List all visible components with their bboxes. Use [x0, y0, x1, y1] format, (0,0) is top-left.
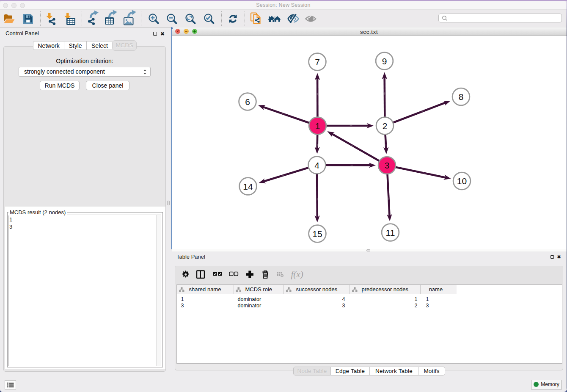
svg-text:2: 2 [383, 121, 388, 131]
svg-text:f(x): f(x) [291, 269, 303, 279]
svg-text:4: 4 [314, 160, 319, 170]
svg-text:9: 9 [382, 56, 387, 66]
svg-text:1: 1 [315, 121, 320, 131]
svg-text:15: 15 [312, 229, 322, 239]
svg-text:14: 14 [243, 182, 253, 191]
svg-text:7: 7 [315, 57, 320, 67]
svg-text:3: 3 [385, 160, 390, 170]
svg-text:10: 10 [457, 176, 467, 186]
svg-text:8: 8 [459, 92, 464, 102]
svg-text:6: 6 [245, 97, 250, 107]
svg-text:11: 11 [386, 228, 395, 237]
